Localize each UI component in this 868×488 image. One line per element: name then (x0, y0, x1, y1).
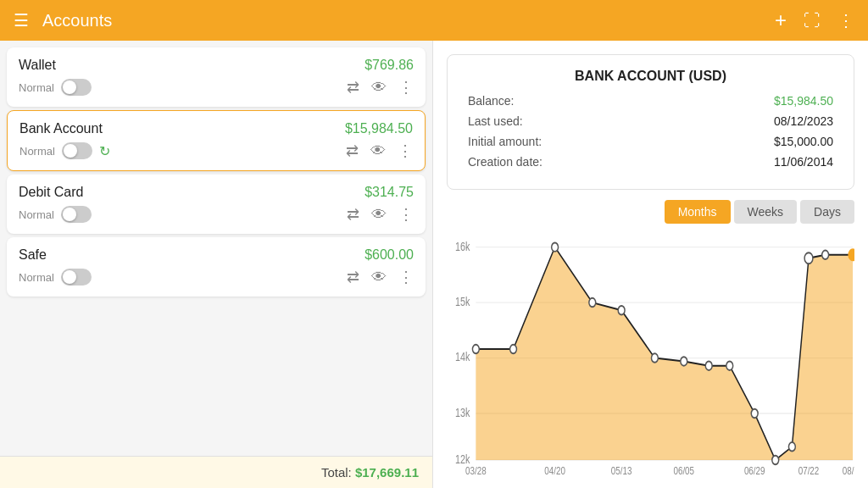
svg-text:06/29: 06/29 (744, 465, 765, 474)
account-card-top: Bank Account $15,984.50 (19, 121, 413, 136)
chart-section: Months Weeks Days 16k 15k 14k 13k 12k (447, 200, 854, 474)
account-name: Safe (19, 247, 47, 263)
detail-row-lastused: Last used: 08/12/2023 (468, 114, 833, 128)
sync-icon[interactable]: ↻ (99, 143, 110, 159)
account-card-top: Safe $600.00 (19, 247, 414, 263)
expand-icon[interactable]: ⛶ (804, 11, 821, 30)
eye-icon[interactable]: 👁 (370, 142, 386, 160)
creation-label: Creation date: (468, 155, 542, 169)
eye-icon[interactable]: 👁 (371, 206, 387, 224)
account-balance: $769.86 (364, 58, 414, 73)
eye-icon[interactable]: 👁 (371, 269, 387, 286)
account-actions: ⇄ 👁 ⋮ (347, 205, 414, 224)
account-name: Bank Account (19, 121, 103, 136)
account-list: Wallet $769.86 Normal ⇄ 👁 ⋮ (0, 41, 432, 456)
transfer-icon[interactable]: ⇄ (347, 78, 359, 97)
more-icon[interactable]: ⋮ (398, 78, 414, 97)
balance-chart: 16k 15k 14k 13k 12k (447, 230, 854, 474)
total-label: Total: (321, 465, 352, 480)
account-actions: ⇄ 👁 ⋮ (347, 268, 414, 286)
tab-weeks[interactable]: Weeks (734, 200, 798, 224)
account-card-bottom: Normal ⇄ 👁 ⋮ (19, 268, 414, 286)
chart-container: 16k 15k 14k 13k 12k (447, 230, 854, 474)
detail-row-initial: Initial amount: $15,000.00 (468, 135, 833, 148)
account-balance: $600.00 (364, 247, 414, 263)
transfer-icon[interactable]: ⇄ (347, 268, 359, 286)
account-type-label: Normal (19, 208, 54, 221)
account-name: Wallet (19, 58, 56, 73)
tab-months[interactable]: Months (665, 200, 731, 224)
app-header: ☰ Accounts + ⛶ ⋮ (0, 0, 868, 41)
account-card-bank[interactable]: Bank Account $15,984.50 Normal ↻ ⇄ 👁 ⋮ (7, 110, 426, 171)
svg-point-20 (751, 409, 758, 418)
account-card-bottom: Normal ⇄ 👁 ⋮ (19, 205, 414, 224)
account-card-bottom: Normal ↻ ⇄ 👁 ⋮ (19, 141, 413, 160)
account-toggle[interactable] (62, 142, 92, 159)
menu-icon[interactable]: ☰ (14, 10, 29, 30)
svg-point-15 (618, 306, 625, 314)
svg-point-13 (552, 242, 559, 251)
initial-value: $15,000.00 (774, 135, 833, 148)
tab-days[interactable]: Days (800, 200, 854, 224)
main-content: Wallet $769.86 Normal ⇄ 👁 ⋮ (0, 41, 868, 488)
account-card-safe[interactable]: Safe $600.00 Normal ⇄ 👁 ⋮ (7, 237, 426, 297)
svg-point-16 (651, 353, 658, 362)
more-icon[interactable]: ⋮ (398, 205, 414, 224)
transfer-icon[interactable]: ⇄ (346, 141, 359, 160)
detail-row-creation: Creation date: 11/06/2014 (468, 155, 833, 169)
total-bar: Total: $17,669.11 (0, 456, 432, 488)
svg-text:14k: 14k (455, 350, 470, 364)
account-toggle[interactable] (61, 206, 92, 223)
svg-text:13k: 13k (455, 405, 470, 419)
account-type-label: Normal (19, 145, 55, 158)
svg-text:07/22: 07/22 (798, 465, 820, 474)
svg-point-24 (822, 251, 829, 259)
left-panel: Wallet $769.86 Normal ⇄ 👁 ⋮ (0, 41, 432, 488)
detail-card: BANK ACCOUNT (USD) Balance: $15,984.50 L… (447, 54, 854, 190)
creation-value: 11/06/2014 (774, 155, 833, 169)
page-title: Accounts (42, 11, 775, 30)
svg-point-18 (705, 361, 712, 369)
account-type-label: Normal (19, 271, 54, 284)
account-card-debit[interactable]: Debit Card $314.75 Normal ⇄ 👁 ⋮ (7, 175, 426, 234)
svg-point-25 (849, 249, 854, 260)
account-toggle[interactable] (61, 269, 92, 286)
total-amount: $17,669.11 (355, 465, 419, 480)
account-card-top: Debit Card $314.75 (19, 185, 414, 200)
svg-text:05/13: 05/13 (611, 465, 632, 474)
add-icon[interactable]: + (775, 8, 787, 32)
svg-point-14 (589, 298, 596, 307)
detail-row-balance: Balance: $15,984.50 (468, 94, 833, 108)
eye-icon[interactable]: 👁 (371, 79, 387, 97)
svg-text:06/05: 06/05 (673, 465, 694, 474)
account-card-wallet[interactable]: Wallet $769.86 Normal ⇄ 👁 ⋮ (7, 47, 426, 107)
right-panel: BANK ACCOUNT (USD) Balance: $15,984.50 L… (432, 41, 868, 488)
account-toggle[interactable] (61, 79, 92, 96)
svg-point-19 (726, 361, 733, 369)
account-actions: ⇄ 👁 ⋮ (347, 78, 414, 97)
lastused-value: 08/12/2023 (774, 114, 833, 128)
balance-label: Balance: (468, 94, 514, 108)
svg-point-12 (510, 345, 517, 353)
more-icon[interactable]: ⋮ (398, 141, 413, 160)
more-options-icon[interactable]: ⋮ (837, 10, 854, 30)
svg-text:15k: 15k (455, 294, 470, 308)
account-meta: Normal ↻ (19, 142, 110, 159)
more-icon[interactable]: ⋮ (398, 268, 414, 286)
transfer-icon[interactable]: ⇄ (347, 205, 359, 224)
account-card-bottom: Normal ⇄ 👁 ⋮ (19, 78, 414, 97)
initial-label: Initial amount: (468, 135, 542, 148)
account-meta: Normal (19, 269, 92, 286)
account-meta: Normal (19, 206, 92, 223)
svg-point-22 (788, 442, 795, 451)
svg-point-11 (472, 345, 479, 353)
svg-text:08/14: 08/14 (843, 465, 854, 474)
svg-text:04/20: 04/20 (544, 465, 565, 474)
account-balance: $314.75 (364, 185, 414, 200)
balance-value: $15,984.50 (774, 94, 833, 108)
account-name: Debit Card (19, 185, 83, 200)
account-meta: Normal (19, 79, 92, 96)
account-balance: $15,984.50 (345, 121, 413, 136)
account-type-label: Normal (19, 81, 54, 94)
header-actions: + ⛶ ⋮ (775, 8, 854, 32)
